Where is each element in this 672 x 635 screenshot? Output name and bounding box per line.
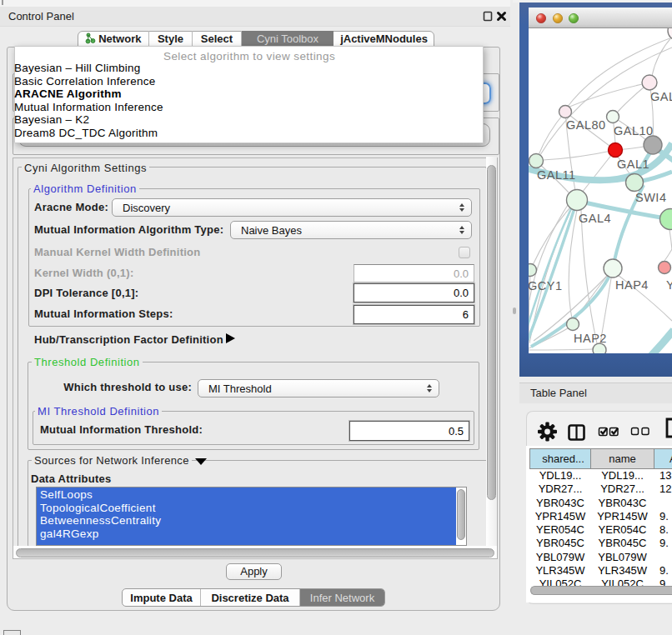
svg-text:GAL1: GAL1 <box>617 158 649 171</box>
svg-text:GAL11: GAL11 <box>537 168 576 182</box>
svg-text:HAP4: HAP4 <box>615 278 649 292</box>
svg-text:GAL80: GAL80 <box>566 118 606 132</box>
svg-text:GAL10: GAL10 <box>614 124 654 138</box>
svg-text:HAP2: HAP2 <box>574 332 607 345</box>
svg-text:GCY1: GCY1 <box>529 279 563 292</box>
svg-text:SWI4: SWI4 <box>635 191 666 204</box>
svg-text:GAL4: GAL4 <box>579 212 611 225</box>
svg-text:GAL7: GAL7 <box>650 90 672 103</box>
svg-text:YJ: YJ <box>666 278 672 292</box>
